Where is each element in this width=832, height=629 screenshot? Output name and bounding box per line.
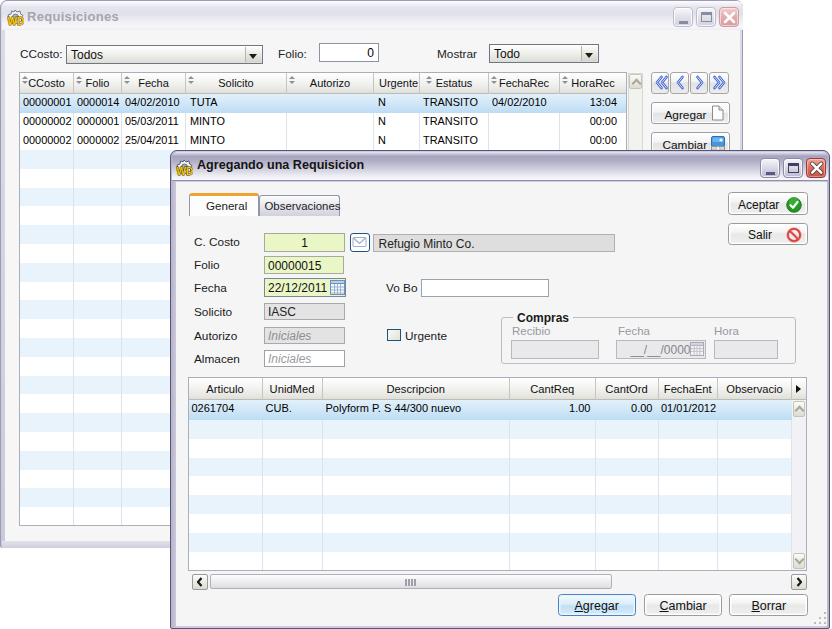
svg-text:WD: WD [8,16,25,27]
svg-text:WD: WD [177,166,194,177]
